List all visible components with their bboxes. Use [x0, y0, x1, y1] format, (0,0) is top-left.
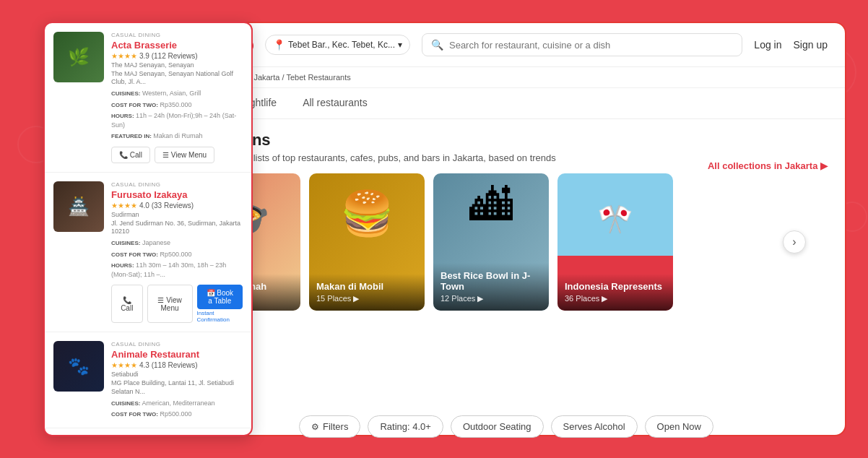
restaurant-cuisines-3: Cuisines: American, Mediterranean	[111, 399, 243, 408]
chevron-down-icon: ▾	[398, 40, 402, 50]
restaurant-image-2: 🏯	[53, 181, 104, 232]
location-pin-icon: 📍	[273, 39, 285, 51]
card-overlay-mobil: Makan di Mobil 15 Places ▶	[309, 274, 425, 311]
tab-all-restaurants[interactable]: All restaurants	[290, 88, 380, 118]
search-bar[interactable]: 🔍	[422, 33, 742, 56]
restaurant-image-3: 🐾	[53, 341, 104, 392]
restaurant-cuisines-2: Cuisines: Japanese	[111, 238, 243, 248]
restaurant-cost-2: Cost for Two: Rp500.000	[111, 250, 243, 259]
filters-button[interactable]: Filters	[299, 415, 360, 438]
action-buttons-2: 📞 Call ☰ View Menu 📅 Book a Table Instan…	[111, 285, 243, 323]
location-text: Tebet Bar., Kec. Tebet, Kc...	[288, 40, 395, 50]
restaurant-name-2[interactable]: Furusato Izakaya	[111, 189, 243, 200]
restaurant-featured-1: Featured in: Makan di Rumah	[111, 131, 243, 141]
stars-1: ★★★★	[111, 52, 137, 60]
restaurant-info-3: Casual Dining Animale Restaurant ★★★★ 4.…	[111, 341, 243, 418]
restaurant-tag-1: Casual Dining	[111, 32, 243, 38]
next-arrow-button[interactable]: ›	[783, 230, 806, 254]
restaurant-info-2: Casual Dining Furusato Izakaya ★★★★ 4.0 …	[111, 181, 243, 323]
restaurant-address-1: The MAJ Senayan, Senayan National Golf C…	[111, 70, 243, 87]
restaurant-hours-2: Hours: 11h 30m – 14h 30m, 18h – 23h (Mon…	[111, 261, 243, 279]
book-table-button-2[interactable]: 📅 Book a Table	[197, 285, 243, 309]
card-title-mobil: Makan di Mobil	[316, 281, 417, 293]
view-menu-button-2[interactable]: ☰ View Menu	[147, 285, 193, 323]
instant-confirm-label-2: Instant Confirmation	[197, 310, 243, 323]
restaurant-name-3[interactable]: Animale Restaurant	[111, 349, 243, 360]
collection-card-indonesia[interactable]: Indonesia Represents 36 Places ▶	[557, 173, 673, 311]
search-input[interactable]	[449, 40, 733, 51]
tabs: Out Nightlife All restaurants	[168, 88, 845, 119]
location-selector[interactable]: 📍 Tebet Bar., Kec. Tebet, Kc... ▾	[265, 35, 410, 55]
restaurant-cuisines-1: Cuisines: Western, Asian, Grill	[111, 89, 243, 98]
rating-num-3: 4.3 (118 Reviews)	[139, 361, 198, 369]
all-collections-link[interactable]: All collections in Jakarta ▶	[708, 160, 828, 171]
restaurant-item-1: 🌿 Casual Dining Acta Brasserie ★★★★ 3.9 …	[45, 23, 251, 173]
restaurant-address-2: Jl. Jend Sudirman No. 36, Sudirman, Jaka…	[111, 220, 243, 236]
main-card: Zomato 📍 Tebet Bar., Kec. Tebet, Kc... ▾…	[166, 22, 846, 436]
restaurant-rating-1: ★★★★ 3.9 (112 Reviews)	[111, 52, 243, 60]
section-title: Collections	[185, 131, 828, 150]
breadcrumb: ... / Jakarta / South Jakarta / Tebet Re…	[168, 67, 845, 88]
restaurant-rating-2: ★★★★ 4.0 (33 Reviews)	[111, 202, 243, 209]
login-button[interactable]: Log in	[754, 39, 781, 51]
collection-card-rice[interactable]: Best Rice Bowl in J-Town 12 Places ▶	[433, 173, 549, 311]
collections-row: Makan di Rumah 15 Places ▶ Makan di Mobi…	[185, 173, 828, 311]
restaurant-cost-1: Cost for Two: Rp350.000	[111, 100, 243, 110]
card-title-indonesia: Indonesia Represents	[565, 281, 666, 293]
signup-button[interactable]: Sign up	[794, 39, 828, 51]
filter-outdoor-seating[interactable]: Outdoor Seating	[451, 415, 544, 438]
restaurant-rating-3: ★★★★ 4.3 (118 Reviews)	[111, 361, 243, 369]
restaurant-info-1: Casual Dining Acta Brasserie ★★★★ 3.9 (1…	[111, 32, 243, 163]
card-places-rice: 12 Places ▶	[440, 294, 542, 303]
card-overlay-indonesia: Indonesia Represents 36 Places ▶	[557, 274, 673, 311]
filter-rating[interactable]: Rating: 4.0+	[368, 415, 443, 438]
rating-num-1: 3.9 (112 Reviews)	[139, 52, 198, 60]
call-button-1[interactable]: 📞 Call	[111, 147, 150, 163]
restaurant-panel: 🌿 Casual Dining Acta Brasserie ★★★★ 3.9 …	[43, 22, 253, 436]
filter-serves-alcohol[interactable]: Serves Alcohol	[551, 415, 638, 438]
action-buttons-1: 📞 Call ☰ View Menu	[111, 147, 243, 163]
restaurant-location-1: The MAJ Senayan, Senayan	[111, 61, 243, 70]
rating-num-2: 4.0 (33 Reviews)	[139, 202, 194, 209]
collection-card-mobil[interactable]: Makan di Mobil 15 Places ▶	[309, 173, 425, 311]
filters-bar: Filters Rating: 4.0+ Outdoor Seating Ser…	[166, 408, 846, 445]
restaurant-location-2: Sudirman	[111, 211, 243, 220]
header: Zomato 📍 Tebet Bar., Kec. Tebet, Kc... ▾…	[168, 23, 845, 67]
collections-list: Makan di Rumah 15 Places ▶ Makan di Mobi…	[185, 173, 828, 311]
stars-2: ★★★★	[111, 202, 137, 209]
view-menu-button-1[interactable]: ☰ View Menu	[155, 147, 214, 163]
header-actions: Log in Sign up	[754, 39, 828, 51]
restaurant-item-2: 🏯 Casual Dining Furusato Izakaya ★★★★ 4.…	[45, 173, 251, 332]
card-places-indonesia: 36 Places ▶	[565, 294, 666, 303]
restaurant-tag-3: Casual Dining	[111, 341, 243, 347]
card-overlay-rice: Best Rice Bowl in J-Town 12 Places ▶	[433, 263, 549, 311]
filter-open-now[interactable]: Open Now	[645, 415, 713, 438]
search-icon: 🔍	[431, 39, 443, 51]
restaurant-name-1[interactable]: Acta Brasserie	[111, 40, 243, 51]
card-places-mobil: 15 Places ▶	[316, 294, 417, 303]
restaurant-address-3: MG Place Building, Lantai 11, Jl. Setiab…	[111, 379, 243, 396]
restaurant-image-1: 🌿	[53, 32, 104, 82]
call-button-2[interactable]: 📞 Call	[111, 285, 143, 323]
card-title-rice: Best Rice Bowl in J-Town	[440, 270, 542, 293]
main-content: Collections Explore curated lists of top…	[168, 119, 845, 322]
restaurant-tag-2: Casual Dining	[111, 181, 243, 188]
stars-3: ★★★★	[111, 361, 137, 369]
restaurant-location-3: Setiabudi	[111, 371, 243, 379]
restaurant-hours-1: Hours: 11h – 24h (Mon-Fri);9h – 24h (Sat…	[111, 111, 243, 129]
